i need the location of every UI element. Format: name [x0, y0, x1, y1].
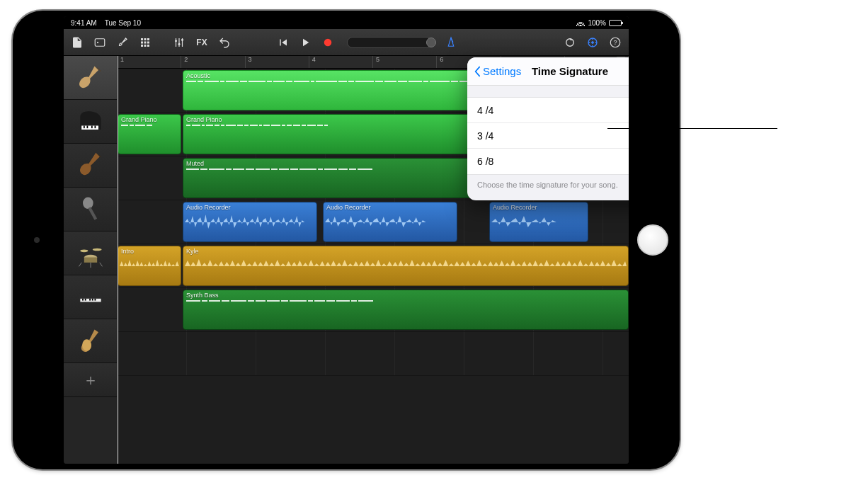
strings-icon — [74, 325, 107, 358]
time-sig-option-3-4[interactable]: 3 /4 — [467, 123, 629, 149]
time-sig-option-4-4[interactable]: 4 /4 ✓ — [467, 98, 629, 123]
add-track-button[interactable]: ＋ — [64, 363, 117, 397]
track-lane[interactable]: Audio Recorder Audio Recorder — [118, 200, 629, 244]
track-header-keyboard[interactable] — [64, 275, 117, 319]
track-header-strings[interactable] — [64, 319, 117, 363]
region-label: Muted — [186, 160, 204, 167]
help-button[interactable]: ? — [607, 35, 623, 50]
waveform — [185, 210, 315, 234]
ruler-measure: 3 — [246, 56, 309, 68]
ruler-measure: 1 — [118, 56, 181, 68]
undo-button[interactable] — [217, 35, 232, 50]
track-headers: ＋ — [64, 56, 118, 464]
svg-text:?: ? — [613, 39, 617, 46]
play-button[interactable] — [297, 35, 313, 50]
svg-point-37 — [82, 339, 91, 351]
screen: 9:41 AM Tue Sep 10 100% — [64, 16, 629, 464]
region-synth-bass[interactable]: Synth Bass — [183, 290, 629, 330]
svg-point-28 — [80, 249, 88, 252]
svg-rect-21 — [83, 125, 84, 128]
my-songs-button[interactable] — [69, 35, 85, 50]
svg-rect-8 — [141, 45, 143, 47]
svg-rect-10 — [147, 45, 149, 47]
svg-rect-34 — [89, 298, 91, 300]
svg-rect-6 — [144, 41, 147, 43]
track-lane[interactable]: Synth Bass — [118, 288, 629, 332]
waveform — [185, 254, 627, 278]
waveform — [491, 210, 586, 234]
ruler-measure: 2 — [181, 56, 245, 68]
svg-rect-22 — [86, 125, 88, 128]
battery-icon — [609, 20, 622, 26]
svg-rect-35 — [91, 298, 93, 300]
region-audio-1[interactable]: Audio Recorder — [183, 202, 317, 242]
battery-text: 100% — [588, 19, 606, 27]
track-header-drums[interactable] — [64, 232, 117, 275]
track-header-guitar[interactable] — [64, 56, 117, 100]
wifi-icon — [576, 20, 585, 26]
svg-rect-3 — [144, 38, 147, 40]
region-kyle[interactable]: Kyle — [183, 246, 629, 286]
region-label: Grand Piano — [121, 116, 157, 123]
svg-rect-36 — [94, 298, 96, 300]
svg-rect-27 — [84, 257, 96, 262]
track-lane[interactable] — [118, 332, 629, 376]
region-label: Synth Bass — [186, 292, 219, 299]
guitar-icon — [74, 62, 107, 94]
instrument-button[interactable] — [115, 35, 130, 50]
metronome-button[interactable] — [443, 35, 459, 50]
track-header-mic[interactable] — [64, 188, 117, 232]
popover-back-button[interactable]: Settings — [473, 65, 521, 77]
svg-rect-4 — [147, 38, 149, 40]
volume-knob[interactable] — [426, 38, 436, 47]
song-settings-button[interactable] — [585, 35, 600, 50]
home-button[interactable] — [637, 224, 668, 256]
svg-point-12 — [178, 42, 181, 45]
svg-rect-32 — [82, 298, 84, 300]
svg-rect-9 — [144, 45, 147, 47]
popover-back-label: Settings — [483, 65, 521, 77]
master-volume-slider[interactable] — [347, 37, 432, 48]
loop-browser-button[interactable] — [562, 35, 578, 50]
track-lane[interactable]: Intro Kyle — [118, 244, 629, 288]
status-left: 9:41 AM Tue Sep 10 — [71, 19, 141, 27]
svg-point-13 — [181, 38, 183, 40]
time-sig-option-6-8[interactable]: 6 /8 — [467, 149, 629, 174]
ipad-frame: 9:41 AM Tue Sep 10 100% — [13, 11, 680, 469]
svg-point-29 — [92, 248, 101, 251]
tracks-view-button[interactable] — [137, 35, 153, 50]
svg-rect-33 — [84, 298, 86, 300]
toolbar: FX — [64, 29, 629, 56]
browser-button[interactable] — [92, 35, 108, 50]
option-label: 6 /8 — [477, 156, 493, 167]
track-header-piano[interactable] — [64, 100, 117, 144]
fx-button[interactable]: FX — [194, 35, 210, 50]
svg-point-11 — [175, 40, 177, 42]
track-header-bass[interactable] — [64, 144, 117, 188]
microphone-icon — [74, 193, 107, 226]
go-to-beginning-button[interactable] — [275, 35, 290, 50]
svg-rect-23 — [91, 125, 92, 128]
callout-line — [607, 128, 777, 129]
region-audio-3[interactable]: Audio Recorder — [489, 202, 588, 242]
svg-point-1 — [97, 41, 98, 42]
record-button[interactable] — [320, 35, 336, 50]
option-label: 3 /4 — [477, 130, 493, 142]
region-audio-2[interactable]: Audio Recorder — [323, 202, 457, 242]
mixer-button[interactable] — [171, 35, 187, 50]
waveform — [325, 210, 455, 234]
status-date: Tue Sep 10 — [105, 19, 141, 27]
svg-point-17 — [592, 41, 594, 43]
popover-footer: Choose the time signature for your song. — [467, 175, 629, 200]
svg-rect-7 — [147, 41, 149, 43]
popover-title: Time Signature — [532, 65, 608, 77]
status-bar: 9:41 AM Tue Sep 10 100% — [64, 16, 629, 29]
piano-icon — [74, 105, 107, 138]
svg-rect-5 — [141, 41, 143, 43]
region-intro[interactable]: Intro — [118, 246, 181, 286]
svg-rect-24 — [94, 125, 96, 128]
time-signature-popover: Settings Time Signature 4 /4 ✓ 3 /4 6 /8… — [467, 57, 629, 200]
playhead[interactable] — [118, 56, 118, 464]
region-grand-piano-a[interactable]: Grand Piano — [118, 114, 181, 154]
svg-point-25 — [83, 197, 93, 209]
